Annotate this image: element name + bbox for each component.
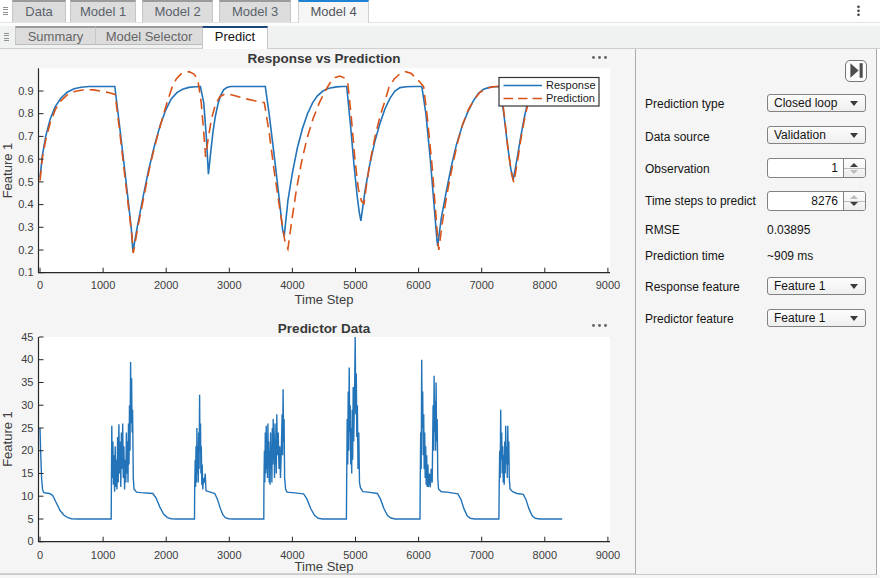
svg-text:Time Step: Time Step xyxy=(295,292,354,307)
svg-text:1000: 1000 xyxy=(91,279,115,291)
svg-text:9000: 9000 xyxy=(596,279,620,291)
svg-text:9000: 9000 xyxy=(596,549,620,561)
svg-text:0: 0 xyxy=(37,279,43,291)
svg-text:Feature 1: Feature 1 xyxy=(0,143,15,199)
svg-text:20: 20 xyxy=(21,444,33,456)
svg-text:10: 10 xyxy=(21,490,33,502)
svg-text:6000: 6000 xyxy=(406,279,430,291)
svg-text:Response: Response xyxy=(546,79,596,91)
svg-text:45: 45 xyxy=(21,331,33,343)
svg-text:35: 35 xyxy=(21,376,33,388)
svg-text:Predictor Data: Predictor Data xyxy=(278,321,371,336)
svg-text:0: 0 xyxy=(37,549,43,561)
svg-text:8000: 8000 xyxy=(533,279,557,291)
svg-text:0.8: 0.8 xyxy=(18,107,33,119)
svg-text:0.3: 0.3 xyxy=(18,221,33,233)
svg-text:1000: 1000 xyxy=(91,549,115,561)
svg-text:0.7: 0.7 xyxy=(18,130,33,142)
svg-text:0.9: 0.9 xyxy=(18,85,33,97)
svg-text:0.5: 0.5 xyxy=(18,176,33,188)
svg-text:0: 0 xyxy=(27,535,33,547)
svg-text:30: 30 xyxy=(21,399,33,411)
svg-text:6000: 6000 xyxy=(406,549,430,561)
svg-text:Response vs Prediction: Response vs Prediction xyxy=(247,51,400,66)
svg-text:2000: 2000 xyxy=(154,279,178,291)
svg-text:0.2: 0.2 xyxy=(18,244,33,256)
svg-text:0.4: 0.4 xyxy=(18,198,33,210)
svg-text:Time Step: Time Step xyxy=(295,559,354,574)
svg-text:8000: 8000 xyxy=(533,549,557,561)
svg-text:5000: 5000 xyxy=(343,279,367,291)
svg-text:7000: 7000 xyxy=(469,279,493,291)
svg-text:15: 15 xyxy=(21,467,33,479)
svg-text:25: 25 xyxy=(21,422,33,434)
svg-text:0.1: 0.1 xyxy=(18,266,33,278)
svg-text:Feature 1: Feature 1 xyxy=(0,411,15,467)
svg-text:Prediction: Prediction xyxy=(546,92,595,104)
svg-text:7000: 7000 xyxy=(469,549,493,561)
svg-text:4000: 4000 xyxy=(280,279,304,291)
svg-text:3000: 3000 xyxy=(217,279,241,291)
svg-text:0.6: 0.6 xyxy=(18,153,33,165)
svg-text:2000: 2000 xyxy=(154,549,178,561)
svg-text:40: 40 xyxy=(21,353,33,365)
svg-text:5: 5 xyxy=(27,513,33,525)
svg-text:3000: 3000 xyxy=(217,549,241,561)
